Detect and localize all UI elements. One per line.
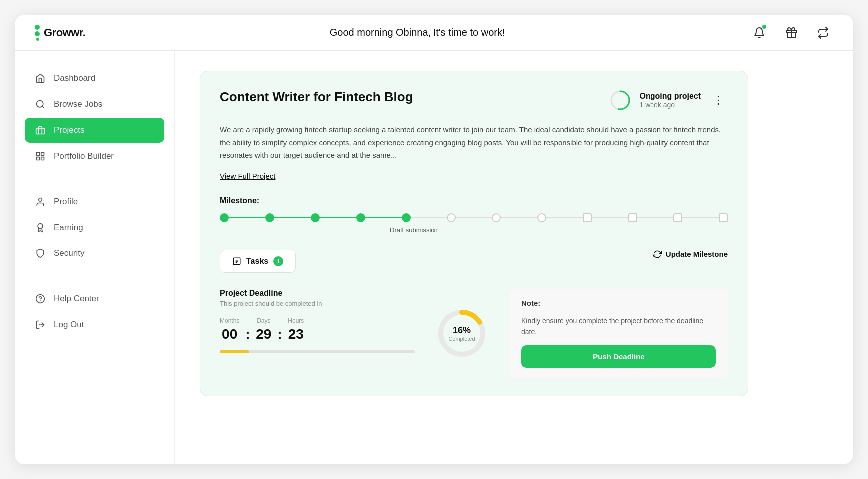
deadline-progress-bar bbox=[220, 350, 415, 353]
sidebar-label-projects: Projects bbox=[54, 125, 84, 135]
view-full-project-link[interactable]: View Full Project bbox=[220, 172, 275, 180]
svg-rect-7 bbox=[37, 157, 40, 160]
content-area: Content Writer for Fintech Blog Ongoing … bbox=[175, 51, 853, 464]
sidebar: Dashboard Browse Jobs bbox=[15, 51, 175, 464]
deadline-section: Project Deadline This project should be … bbox=[220, 289, 415, 378]
header-greeting: Good morning Obinna, It's time to work! bbox=[330, 27, 505, 38]
logo-dot bbox=[35, 25, 40, 30]
logo: Growwr. bbox=[35, 25, 85, 41]
transfer-icon bbox=[817, 27, 829, 39]
shield-icon bbox=[35, 248, 46, 259]
milestone-node-3 bbox=[356, 213, 365, 222]
milestone-node-4 bbox=[402, 213, 411, 222]
search-icon bbox=[35, 99, 46, 110]
milestone-node-0 bbox=[220, 213, 229, 222]
milestone-line-empty bbox=[501, 217, 537, 218]
logo-icon bbox=[35, 25, 40, 41]
bottom-row: Project Deadline This project should be … bbox=[220, 289, 728, 378]
milestone-node-5 bbox=[447, 213, 456, 222]
refresh-icon bbox=[653, 250, 662, 259]
status-time: 1 week ago bbox=[639, 101, 701, 109]
days-value: 29 bbox=[256, 326, 271, 342]
milestone-node-1 bbox=[265, 213, 274, 222]
sidebar-item-dashboard[interactable]: Dashboard bbox=[25, 66, 164, 91]
transfer-button[interactable] bbox=[813, 23, 833, 43]
sidebar-item-logout[interactable]: Log Out bbox=[25, 312, 164, 337]
header-icons bbox=[749, 23, 833, 43]
grid-icon bbox=[35, 151, 46, 162]
milestone-node-sq-3 bbox=[719, 213, 728, 222]
main-layout: Dashboard Browse Jobs bbox=[15, 51, 853, 464]
logo-dot bbox=[36, 38, 39, 41]
milestone-label: Milestone: bbox=[220, 196, 728, 205]
svg-rect-4 bbox=[36, 128, 45, 134]
tasks-update-row: Tasks 1 Update Milestone bbox=[220, 250, 728, 273]
update-milestone-label: Update Milestone bbox=[666, 250, 728, 258]
draft-submission-label: Draft submission bbox=[390, 226, 438, 234]
sidebar-item-browse-jobs[interactable]: Browse Jobs bbox=[25, 92, 164, 117]
status-info: Ongoing project 1 week ago bbox=[639, 92, 701, 109]
note-section: Note: Kindly ensure you complete the pro… bbox=[509, 289, 728, 378]
time-colon-1: : bbox=[241, 326, 254, 342]
sidebar-label-dashboard: Dashboard bbox=[54, 73, 95, 83]
tasks-label: Tasks bbox=[246, 257, 268, 266]
sidebar-item-projects[interactable]: Projects bbox=[25, 118, 164, 143]
milestone-row bbox=[220, 213, 728, 222]
donut-chart: 16% Completed bbox=[434, 306, 489, 361]
days-unit: Days 29 bbox=[256, 317, 271, 342]
sidebar-primary-section: Dashboard Browse Jobs bbox=[25, 66, 164, 169]
milestone-line bbox=[320, 217, 356, 218]
tasks-button[interactable]: Tasks 1 bbox=[220, 250, 296, 273]
sidebar-label-security: Security bbox=[54, 248, 84, 258]
sidebar-divider-2 bbox=[25, 278, 164, 278]
project-header: Content Writer for Fintech Blog Ongoing … bbox=[220, 89, 728, 111]
donut-center: 16% Completed bbox=[448, 325, 475, 341]
sidebar-item-help[interactable]: Help Center bbox=[25, 286, 164, 311]
sidebar-label-browse-jobs: Browse Jobs bbox=[54, 99, 102, 109]
sidebar-item-portfolio[interactable]: Portfolio Builder bbox=[25, 144, 164, 169]
milestone-line-empty bbox=[411, 217, 447, 218]
milestone-line-empty bbox=[592, 217, 628, 218]
project-status-area: Ongoing project 1 week ago ⋮ bbox=[609, 89, 728, 111]
status-label: Ongoing project bbox=[639, 92, 701, 101]
time-colon-2: : bbox=[273, 326, 286, 342]
sidebar-label-help: Help Center bbox=[54, 294, 99, 304]
sidebar-label-profile: Profile bbox=[54, 197, 78, 207]
milestone-node-2 bbox=[311, 213, 320, 222]
gift-button[interactable] bbox=[781, 23, 801, 43]
svg-line-3 bbox=[42, 106, 44, 108]
project-description: We are a rapidly growing fintech startup… bbox=[220, 123, 728, 162]
sidebar-item-security[interactable]: Security bbox=[25, 241, 164, 266]
sidebar-item-profile[interactable]: Profile bbox=[25, 189, 164, 214]
svg-rect-5 bbox=[37, 153, 40, 156]
tasks-badge: 1 bbox=[273, 256, 283, 266]
home-icon bbox=[35, 73, 46, 84]
sidebar-item-earning[interactable]: Earning bbox=[25, 215, 164, 240]
update-milestone-button[interactable]: Update Milestone bbox=[653, 250, 728, 259]
milestone-node-sq-0 bbox=[583, 213, 592, 222]
user-icon bbox=[35, 196, 46, 207]
milestone-node-sq-1 bbox=[628, 213, 637, 222]
hours-unit: Hours 23 bbox=[288, 317, 304, 342]
months-label: Months bbox=[220, 317, 239, 324]
deadline-title: Project Deadline bbox=[220, 289, 415, 298]
time-display: Months 00 : Days 29 : Hours bbox=[220, 317, 415, 342]
milestone-track-container: Draft submission bbox=[220, 213, 728, 234]
milestone-line-empty bbox=[682, 217, 719, 218]
logo-text: Growwr. bbox=[44, 26, 85, 39]
hours-label: Hours bbox=[288, 317, 304, 324]
notification-button[interactable] bbox=[749, 23, 769, 43]
push-deadline-button[interactable]: Push Deadline bbox=[521, 345, 716, 368]
note-title: Note: bbox=[521, 299, 716, 307]
sidebar-label-portfolio: Portfolio Builder bbox=[54, 151, 114, 161]
gift-icon bbox=[785, 27, 797, 39]
milestone-line bbox=[229, 217, 265, 218]
logo-dot bbox=[35, 31, 40, 36]
coins-icon bbox=[35, 222, 46, 233]
donut-section: 16% Completed bbox=[434, 289, 489, 378]
more-options-button[interactable]: ⋮ bbox=[709, 92, 728, 109]
months-value: 00 bbox=[220, 326, 239, 342]
milestone-line-empty bbox=[546, 217, 583, 218]
note-text: Kindly ensure you complete the project b… bbox=[521, 315, 716, 338]
svg-rect-8 bbox=[41, 157, 44, 160]
